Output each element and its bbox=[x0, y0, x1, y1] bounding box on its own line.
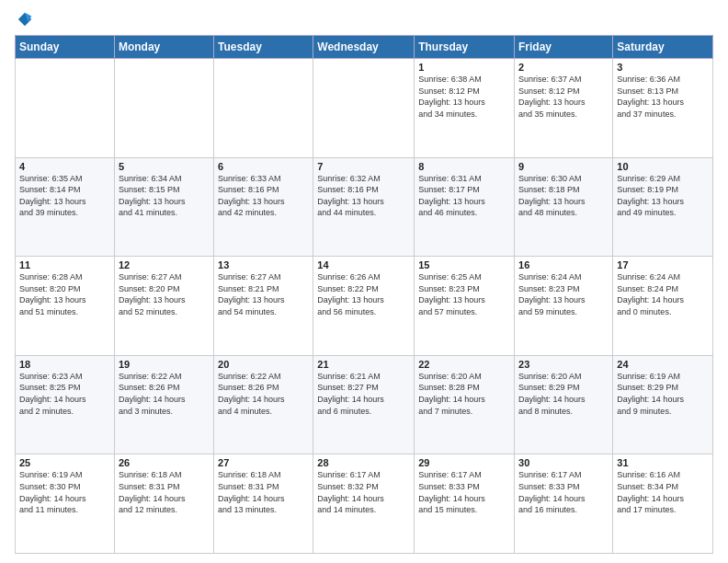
calendar-week-row: 1Sunrise: 6:38 AM Sunset: 8:12 PM Daylig… bbox=[16, 59, 713, 158]
day-of-week-header: Friday bbox=[515, 36, 613, 59]
calendar-cell: 24Sunrise: 6:19 AM Sunset: 8:29 PM Dayli… bbox=[613, 355, 713, 454]
day-number: 19 bbox=[119, 359, 210, 370]
day-info: Sunrise: 6:24 AM Sunset: 8:23 PM Dayligh… bbox=[518, 271, 609, 317]
day-number: 25 bbox=[19, 457, 110, 468]
day-number: 7 bbox=[317, 161, 410, 172]
day-number: 5 bbox=[119, 161, 210, 172]
day-info: Sunrise: 6:38 AM Sunset: 8:12 PM Dayligh… bbox=[418, 74, 510, 120]
calendar-cell: 5Sunrise: 6:34 AM Sunset: 8:15 PM Daylig… bbox=[114, 157, 213, 257]
day-info: Sunrise: 6:20 AM Sunset: 8:29 PM Dayligh… bbox=[518, 371, 609, 417]
header bbox=[15, 11, 713, 28]
day-number: 2 bbox=[518, 62, 609, 73]
day-of-week-header: Tuesday bbox=[214, 36, 313, 59]
day-info: Sunrise: 6:23 AM Sunset: 8:25 PM Dayligh… bbox=[19, 371, 110, 417]
calendar-cell: 15Sunrise: 6:25 AM Sunset: 8:23 PM Dayli… bbox=[415, 257, 515, 356]
calendar-cell: 8Sunrise: 6:31 AM Sunset: 8:17 PM Daylig… bbox=[415, 157, 515, 257]
calendar-cell: 2Sunrise: 6:37 AM Sunset: 8:12 PM Daylig… bbox=[515, 59, 613, 158]
day-number: 21 bbox=[317, 359, 410, 370]
calendar-cell: 25Sunrise: 6:19 AM Sunset: 8:30 PM Dayli… bbox=[16, 454, 115, 554]
calendar-cell: 29Sunrise: 6:17 AM Sunset: 8:33 PM Dayli… bbox=[415, 454, 515, 554]
day-info: Sunrise: 6:19 AM Sunset: 8:29 PM Dayligh… bbox=[617, 371, 709, 417]
day-info: Sunrise: 6:29 AM Sunset: 8:19 PM Dayligh… bbox=[617, 173, 709, 219]
calendar-cell: 30Sunrise: 6:17 AM Sunset: 8:33 PM Dayli… bbox=[515, 454, 613, 554]
calendar-cell bbox=[214, 59, 313, 158]
calendar-cell: 22Sunrise: 6:20 AM Sunset: 8:28 PM Dayli… bbox=[415, 355, 515, 454]
day-number: 20 bbox=[218, 359, 309, 370]
day-number: 12 bbox=[119, 259, 210, 270]
day-number: 14 bbox=[317, 259, 410, 270]
logo-text bbox=[15, 11, 33, 28]
day-info: Sunrise: 6:17 AM Sunset: 8:33 PM Dayligh… bbox=[418, 469, 510, 515]
day-number: 16 bbox=[518, 259, 609, 270]
calendar-week-row: 4Sunrise: 6:35 AM Sunset: 8:14 PM Daylig… bbox=[16, 157, 713, 257]
day-info: Sunrise: 6:32 AM Sunset: 8:16 PM Dayligh… bbox=[317, 173, 410, 219]
day-info: Sunrise: 6:18 AM Sunset: 8:31 PM Dayligh… bbox=[218, 469, 309, 515]
day-info: Sunrise: 6:27 AM Sunset: 8:20 PM Dayligh… bbox=[119, 271, 210, 317]
calendar-cell: 23Sunrise: 6:20 AM Sunset: 8:29 PM Dayli… bbox=[515, 355, 613, 454]
calendar-cell: 31Sunrise: 6:16 AM Sunset: 8:34 PM Dayli… bbox=[613, 454, 713, 554]
day-number: 23 bbox=[518, 359, 609, 370]
day-info: Sunrise: 6:27 AM Sunset: 8:21 PM Dayligh… bbox=[218, 271, 309, 317]
day-number: 1 bbox=[418, 62, 510, 73]
day-number: 28 bbox=[317, 457, 410, 468]
calendar-cell: 21Sunrise: 6:21 AM Sunset: 8:27 PM Dayli… bbox=[313, 355, 415, 454]
day-number: 27 bbox=[218, 457, 309, 468]
day-number: 26 bbox=[119, 457, 210, 468]
day-info: Sunrise: 6:20 AM Sunset: 8:28 PM Dayligh… bbox=[418, 371, 510, 417]
day-info: Sunrise: 6:35 AM Sunset: 8:14 PM Dayligh… bbox=[19, 173, 110, 219]
calendar-cell bbox=[16, 59, 115, 158]
day-info: Sunrise: 6:36 AM Sunset: 8:13 PM Dayligh… bbox=[617, 74, 709, 120]
day-info: Sunrise: 6:17 AM Sunset: 8:32 PM Dayligh… bbox=[317, 469, 410, 515]
day-info: Sunrise: 6:30 AM Sunset: 8:18 PM Dayligh… bbox=[518, 173, 609, 219]
day-number: 10 bbox=[617, 161, 709, 172]
page: SundayMondayTuesdayWednesdayThursdayFrid… bbox=[0, 0, 728, 563]
day-number: 30 bbox=[518, 457, 609, 468]
calendar-cell: 27Sunrise: 6:18 AM Sunset: 8:31 PM Dayli… bbox=[214, 454, 313, 554]
calendar-cell bbox=[313, 59, 415, 158]
calendar-cell: 20Sunrise: 6:22 AM Sunset: 8:26 PM Dayli… bbox=[214, 355, 313, 454]
day-info: Sunrise: 6:16 AM Sunset: 8:34 PM Dayligh… bbox=[617, 469, 709, 515]
day-info: Sunrise: 6:22 AM Sunset: 8:26 PM Dayligh… bbox=[218, 371, 309, 417]
day-of-week-header: Sunday bbox=[16, 36, 115, 59]
calendar-cell: 6Sunrise: 6:33 AM Sunset: 8:16 PM Daylig… bbox=[214, 157, 313, 257]
day-info: Sunrise: 6:26 AM Sunset: 8:22 PM Dayligh… bbox=[317, 271, 410, 317]
day-of-week-header: Saturday bbox=[613, 36, 713, 59]
day-number: 9 bbox=[518, 161, 609, 172]
calendar-cell: 28Sunrise: 6:17 AM Sunset: 8:32 PM Dayli… bbox=[313, 454, 415, 554]
day-number: 8 bbox=[418, 161, 510, 172]
calendar-cell: 14Sunrise: 6:26 AM Sunset: 8:22 PM Dayli… bbox=[313, 257, 415, 356]
day-info: Sunrise: 6:25 AM Sunset: 8:23 PM Dayligh… bbox=[418, 271, 510, 317]
day-number: 11 bbox=[19, 259, 110, 270]
day-info: Sunrise: 6:24 AM Sunset: 8:24 PM Dayligh… bbox=[617, 271, 709, 317]
day-of-week-header: Monday bbox=[114, 36, 213, 59]
day-of-week-header: Wednesday bbox=[313, 36, 415, 59]
calendar-cell: 10Sunrise: 6:29 AM Sunset: 8:19 PM Dayli… bbox=[613, 157, 713, 257]
day-number: 13 bbox=[218, 259, 309, 270]
calendar-cell: 1Sunrise: 6:38 AM Sunset: 8:12 PM Daylig… bbox=[415, 59, 515, 158]
day-number: 15 bbox=[418, 259, 510, 270]
day-number: 18 bbox=[19, 359, 110, 370]
day-info: Sunrise: 6:21 AM Sunset: 8:27 PM Dayligh… bbox=[317, 371, 410, 417]
day-info: Sunrise: 6:22 AM Sunset: 8:26 PM Dayligh… bbox=[119, 371, 210, 417]
day-number: 24 bbox=[617, 359, 709, 370]
logo bbox=[15, 11, 33, 28]
calendar-week-row: 11Sunrise: 6:28 AM Sunset: 8:20 PM Dayli… bbox=[16, 257, 713, 356]
day-number: 4 bbox=[19, 161, 110, 172]
day-info: Sunrise: 6:33 AM Sunset: 8:16 PM Dayligh… bbox=[218, 173, 309, 219]
calendar-cell: 16Sunrise: 6:24 AM Sunset: 8:23 PM Dayli… bbox=[515, 257, 613, 356]
day-number: 31 bbox=[617, 457, 709, 468]
calendar-cell: 9Sunrise: 6:30 AM Sunset: 8:18 PM Daylig… bbox=[515, 157, 613, 257]
day-number: 22 bbox=[418, 359, 510, 370]
calendar-cell: 11Sunrise: 6:28 AM Sunset: 8:20 PM Dayli… bbox=[16, 257, 115, 356]
calendar-cell: 18Sunrise: 6:23 AM Sunset: 8:25 PM Dayli… bbox=[16, 355, 115, 454]
logo-icon bbox=[17, 11, 33, 28]
calendar-week-row: 25Sunrise: 6:19 AM Sunset: 8:30 PM Dayli… bbox=[16, 454, 713, 554]
calendar-week-row: 18Sunrise: 6:23 AM Sunset: 8:25 PM Dayli… bbox=[16, 355, 713, 454]
day-info: Sunrise: 6:34 AM Sunset: 8:15 PM Dayligh… bbox=[119, 173, 210, 219]
calendar-cell: 17Sunrise: 6:24 AM Sunset: 8:24 PM Dayli… bbox=[613, 257, 713, 356]
day-number: 6 bbox=[218, 161, 309, 172]
calendar-cell: 3Sunrise: 6:36 AM Sunset: 8:13 PM Daylig… bbox=[613, 59, 713, 158]
day-info: Sunrise: 6:19 AM Sunset: 8:30 PM Dayligh… bbox=[19, 469, 110, 515]
day-info: Sunrise: 6:17 AM Sunset: 8:33 PM Dayligh… bbox=[518, 469, 609, 515]
day-number: 3 bbox=[617, 62, 709, 73]
